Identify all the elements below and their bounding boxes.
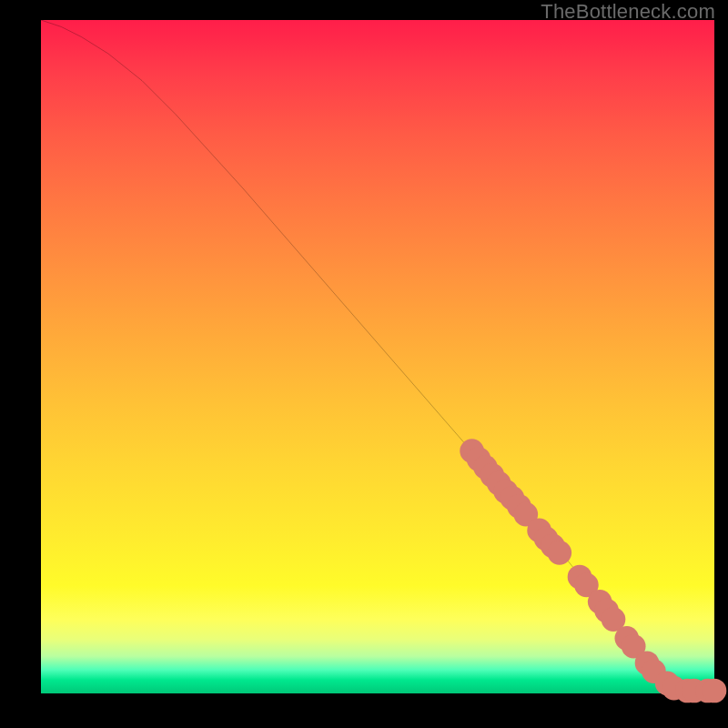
plot-area	[41, 20, 714, 693]
watermark-text: TheBottleneck.com	[541, 0, 715, 24]
chart-svg	[41, 20, 714, 693]
curve-line	[41, 20, 714, 691]
curve-path-group	[41, 20, 714, 691]
marker-dot	[703, 679, 727, 703]
curve-markers	[460, 439, 726, 703]
marker-dot	[547, 541, 571, 565]
chart-frame: TheBottleneck.com	[0, 0, 728, 728]
